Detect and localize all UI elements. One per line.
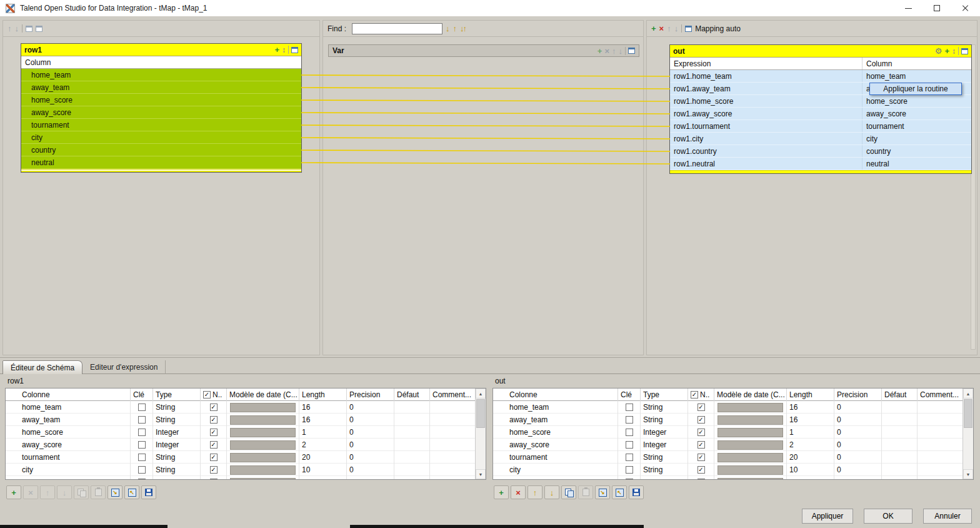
schema-nullable-cell[interactable]: ✓	[201, 401, 227, 414]
paste-button[interactable]	[91, 485, 106, 499]
move-up-icon[interactable]: ↑	[8, 24, 12, 33]
close-button[interactable]	[951, 0, 980, 16]
key-checkbox[interactable]	[626, 429, 633, 436]
schema-colonne-cell[interactable]: home_score	[6, 426, 131, 439]
tab-expression-editor[interactable]: Editeur d'expression	[82, 360, 166, 374]
schema-scrollbar[interactable]: ▲ ▼	[475, 388, 486, 479]
schema-key-cell[interactable]	[131, 414, 153, 426]
schema-colonne-cell[interactable]: away_score	[493, 439, 618, 451]
input-table-header[interactable]: row1 + ↕	[21, 44, 301, 56]
out-expression-cell[interactable]: row1.home_team	[670, 70, 862, 82]
schema-default-cell[interactable]	[882, 426, 918, 439]
schema-comment-cell[interactable]	[918, 476, 964, 480]
schema-type-cell[interactable]: String	[153, 464, 201, 476]
key-checkbox[interactable]	[138, 479, 146, 480]
schema-key-cell[interactable]	[618, 439, 641, 451]
schema-key-cell[interactable]	[618, 451, 641, 464]
tab-schema-editor[interactable]: Éditeur de Schéma	[2, 360, 82, 374]
schema-nullable-cell[interactable]: ✓	[201, 414, 227, 426]
schema-colonne-cell[interactable]: home_team	[493, 401, 618, 414]
key-checkbox[interactable]	[626, 466, 633, 474]
key-checkbox[interactable]	[138, 404, 146, 411]
schema-precision-cell[interactable]: 0	[347, 439, 394, 451]
nullable-checkbox[interactable]: ✓	[210, 429, 218, 436]
out-column-cell[interactable]: country	[862, 145, 971, 157]
schema-type-cell[interactable]	[153, 476, 201, 480]
schema-nullable-cell[interactable]: ✓	[201, 451, 227, 464]
nullable-checkbox[interactable]: ✓	[210, 454, 218, 461]
schema-precision-cell[interactable]: 0	[834, 464, 882, 476]
input-column-row[interactable]: away_score	[21, 106, 301, 119]
schema-length-cell[interactable]: 16	[299, 401, 347, 414]
schema-row[interactable]: ✓	[493, 476, 973, 480]
move-row-down-button[interactable]: ↓	[544, 485, 559, 499]
schema-row[interactable]: cityString✓100	[493, 464, 973, 476]
minimize-view-icon[interactable]	[26, 26, 32, 32]
out-column-cell[interactable]: tournament	[862, 120, 971, 132]
schema-colonne-cell[interactable]: away_team	[6, 414, 131, 426]
schema-comment-cell[interactable]	[430, 401, 476, 414]
input-column-row[interactable]: home_score	[21, 94, 301, 106]
schema-row[interactable]: away_scoreInteger✓20	[493, 439, 973, 451]
save-schema-button[interactable]	[629, 485, 644, 499]
key-checkbox[interactable]	[138, 441, 146, 449]
schema-default-cell[interactable]	[882, 414, 918, 426]
ok-button[interactable]: OK	[864, 509, 912, 524]
apply-button[interactable]: Appliquer	[802, 509, 853, 524]
nullable-checkbox[interactable]: ✓	[210, 479, 218, 480]
detach-var-icon[interactable]	[628, 48, 635, 54]
nullable-checkbox[interactable]: ✓	[698, 429, 705, 436]
schema-type-cell[interactable]: Integer	[641, 426, 688, 439]
schema-comment-cell[interactable]	[918, 439, 964, 451]
schema-precision-cell[interactable]: 0	[834, 401, 882, 414]
schema-length-cell[interactable]: 1	[787, 426, 834, 439]
out-mapping-row[interactable]: row1.home_teamhome_team	[670, 70, 971, 83]
schema-length-cell[interactable]: 20	[299, 451, 347, 464]
schema-comment-cell[interactable]	[918, 401, 964, 414]
add-output-icon[interactable]: +	[651, 24, 656, 33]
scroll-down-icon[interactable]: ▼	[963, 469, 973, 479]
schema-colonne-cell[interactable]: away_team	[493, 414, 618, 426]
add-column-icon[interactable]: +	[274, 46, 279, 54]
nullable-checkbox[interactable]: ✓	[210, 441, 218, 449]
schema-key-cell[interactable]	[131, 426, 153, 439]
schema-length-cell[interactable]: 2	[787, 439, 834, 451]
schema-row[interactable]: home_teamString✓160	[6, 401, 486, 414]
schema-colonne-cell[interactable]: tournament	[6, 451, 131, 464]
key-checkbox[interactable]	[626, 404, 633, 411]
key-checkbox[interactable]	[138, 454, 146, 461]
add-var-icon[interactable]: +	[598, 47, 602, 55]
copy-button[interactable]	[561, 485, 576, 499]
schema-row[interactable]: away_teamString✓160	[493, 414, 973, 426]
find-input[interactable]	[352, 23, 442, 34]
schema-type-cell[interactable]: String	[153, 451, 201, 464]
out-mapping-row[interactable]: row1.away_scoreaway_score	[670, 108, 971, 120]
schema-row[interactable]: home_scoreInteger✓10	[6, 426, 486, 439]
schema-nullable-cell[interactable]: ✓	[688, 439, 714, 451]
schema-nullable-cell[interactable]: ✓	[201, 464, 227, 476]
paste-button[interactable]	[578, 485, 593, 499]
schema-nullable-cell[interactable]: ✓	[688, 401, 714, 414]
schema-type-cell[interactable]: String	[641, 464, 688, 476]
out-expression-cell[interactable]: row1.away_team	[670, 83, 862, 94]
schema-default-cell[interactable]	[394, 464, 430, 476]
var-down-icon[interactable]: ↓	[619, 47, 623, 55]
find-next-icon[interactable]: ↓	[446, 24, 450, 33]
out-column-cell[interactable]: home_team	[862, 70, 971, 82]
schema-comment-cell[interactable]	[430, 414, 476, 426]
schema-default-cell[interactable]	[394, 476, 430, 480]
nullable-checkbox[interactable]: ✓	[698, 416, 705, 424]
schema-default-cell[interactable]	[394, 414, 430, 426]
schema-nullable-cell[interactable]: ✓	[201, 426, 227, 439]
out-column-cell[interactable]: city	[862, 133, 971, 145]
schema-length-cell[interactable]: 16	[787, 414, 834, 426]
schema-default-cell[interactable]	[394, 439, 430, 451]
remove-row-button[interactable]: ×	[511, 485, 526, 499]
schema-precision-cell[interactable]: 0	[834, 426, 882, 439]
scroll-up-icon[interactable]: ▲	[476, 388, 486, 399]
schema-colonne-cell[interactable]: city	[6, 464, 131, 476]
schema-precision-cell[interactable]: 0	[834, 439, 882, 451]
remove-row-button[interactable]: ×	[23, 485, 38, 499]
nullable-checkbox[interactable]: ✓	[210, 416, 218, 424]
schema-key-cell[interactable]	[618, 464, 641, 476]
